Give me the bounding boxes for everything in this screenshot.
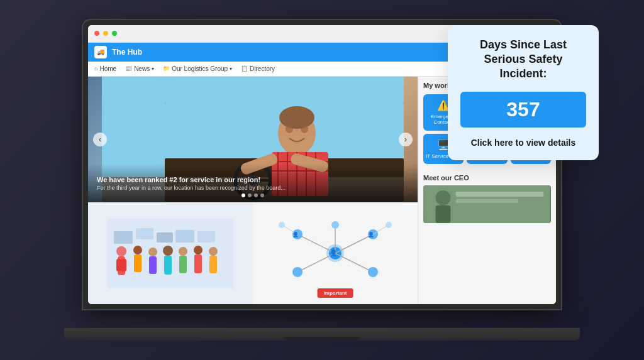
people-svg — [108, 219, 233, 288]
card-people — [88, 202, 253, 304]
nav-news[interactable]: 📰 News ▾ — [125, 65, 154, 72]
svg-point-44 — [179, 247, 187, 256]
svg-rect-36 — [116, 259, 121, 271]
carousel-dot-1[interactable] — [242, 194, 245, 197]
svg-rect-37 — [121, 259, 126, 271]
ceo-image — [423, 185, 551, 223]
svg-rect-47 — [194, 254, 202, 273]
svg-point-25 — [279, 106, 314, 129]
nav-home[interactable]: ⌂ Home — [94, 65, 116, 72]
carousel-next-button[interactable]: › — [399, 133, 413, 146]
carousel-dots — [97, 194, 409, 197]
safety-number: 357 — [460, 92, 586, 128]
carousel-prev-button[interactable]: ‹ — [93, 133, 107, 146]
svg-point-46 — [194, 246, 203, 254]
svg-rect-74 — [456, 199, 519, 203]
svg-text:👤: 👤 — [330, 249, 338, 257]
safety-callout: Days Since Last Serious Safety Incident:… — [448, 25, 599, 160]
nav-logistics[interactable]: 📁 Our Logistics Group ▾ — [163, 65, 232, 72]
prev-icon: ‹ — [99, 135, 101, 144]
hero-caption-sub: For the third year in a row, our locatio… — [97, 185, 409, 191]
browser-dot-green — [112, 31, 117, 36]
app-title: The Hub — [112, 48, 142, 57]
browser-dot-red — [94, 31, 99, 36]
svg-point-65 — [279, 222, 285, 228]
svg-rect-32 — [175, 230, 194, 243]
svg-rect-29 — [114, 231, 133, 244]
hero-carousel: ‹ › We have been ranked #2 for service i… — [88, 77, 418, 202]
svg-point-34 — [116, 246, 126, 256]
hero-image: ‹ › We have been ranked #2 for service i… — [88, 77, 418, 202]
home-icon: ⌂ — [94, 65, 97, 72]
browser-dot-yellow — [103, 31, 108, 36]
card-network: 👤 👤 👤 Important — [253, 202, 418, 304]
svg-point-38 — [133, 246, 142, 254]
svg-point-62 — [331, 221, 339, 229]
safety-link[interactable]: Click here to view details — [460, 138, 586, 148]
news-icon: 📰 — [125, 65, 132, 72]
safety-title: Days Since Last Serious Safety Incident: — [460, 38, 586, 82]
svg-point-61 — [368, 267, 378, 277]
svg-point-66 — [386, 222, 392, 228]
laptop-base — [64, 328, 580, 341]
logistics-icon: 📁 — [163, 65, 170, 72]
nav-home-label: Home — [99, 65, 116, 72]
bottom-cards: 👤 👤 👤 Important — [88, 202, 418, 304]
main-content: ‹ › We have been ranked #2 for service i… — [88, 77, 418, 304]
logistics-chevron-icon: ▾ — [230, 66, 232, 72]
svg-point-42 — [163, 246, 173, 256]
svg-rect-39 — [134, 254, 142, 272]
network-svg: 👤 👤 👤 — [272, 219, 398, 288]
svg-rect-33 — [197, 231, 215, 243]
important-badge[interactable]: Important — [318, 288, 353, 298]
scene: Days Since Last Serious Safety Incident:… — [33, 14, 611, 347]
svg-rect-43 — [164, 256, 172, 275]
ceo-section: Meet our CEO — [418, 174, 556, 228]
carousel-dot-4[interactable] — [260, 194, 264, 197]
ceo-svg — [423, 185, 551, 223]
next-icon: › — [404, 135, 407, 144]
directory-icon: 📋 — [241, 65, 248, 72]
nav-directory[interactable]: 📋 Directory — [241, 65, 275, 72]
ceo-title: Meet our CEO — [423, 174, 551, 182]
svg-rect-49 — [209, 256, 217, 273]
nav-directory-label: Directory — [250, 65, 275, 72]
hero-caption: We have been ranked #2 for service in ou… — [88, 163, 418, 202]
svg-rect-30 — [136, 228, 153, 239]
carousel-dot-3[interactable] — [254, 194, 258, 197]
svg-rect-73 — [456, 192, 544, 197]
svg-rect-31 — [157, 232, 173, 243]
svg-point-60 — [292, 267, 303, 277]
carousel-dot-2[interactable] — [248, 194, 252, 197]
app-logo: 🚚 — [94, 46, 107, 58]
news-chevron-icon: ▾ — [152, 66, 154, 72]
people-illustration — [88, 202, 253, 304]
svg-rect-72 — [436, 205, 451, 223]
svg-rect-41 — [149, 256, 157, 274]
svg-point-40 — [148, 248, 157, 256]
svg-text:👤: 👤 — [368, 231, 374, 237]
svg-point-48 — [209, 247, 218, 256]
nav-logistics-label: Our Logistics Group — [172, 65, 228, 72]
svg-text:👤: 👤 — [292, 231, 299, 237]
hero-caption-title: We have been ranked #2 for service in ou… — [97, 176, 409, 183]
svg-rect-45 — [179, 256, 187, 273]
svg-point-71 — [436, 190, 451, 205]
nav-news-label: News — [134, 65, 150, 72]
